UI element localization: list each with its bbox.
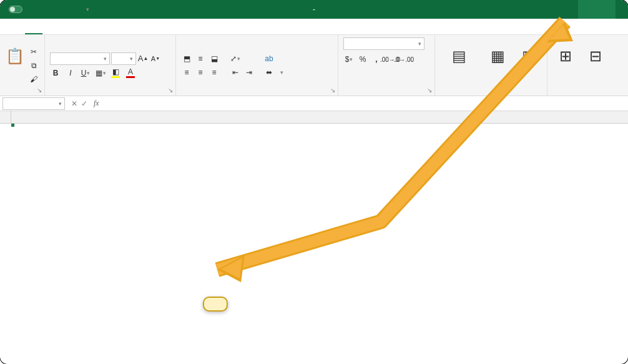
group-number: ▾ $▾ % , .00→.0 .0→.00 ↘ <box>338 35 435 96</box>
conditional-formatting-button[interactable]: ▤ <box>440 45 478 86</box>
bucket-icon: ◧ <box>112 67 119 76</box>
tab-acrobat[interactable] <box>182 29 200 34</box>
quick-access-toolbar: ▾ <box>0 4 99 15</box>
paste-button[interactable]: 📋 <box>5 45 24 86</box>
number-format-selector[interactable]: ▾ <box>343 37 424 50</box>
tab-view[interactable] <box>130 29 147 34</box>
active-cell-outline <box>11 124 14 126</box>
format-as-table-button[interactable]: ▦ <box>482 45 513 86</box>
tab-page-layout[interactable] <box>60 29 77 34</box>
tab-formulas[interactable] <box>77 29 95 34</box>
merge-center-button[interactable]: ⬌ ▾ <box>263 67 283 78</box>
increase-indent-icon[interactable]: ⇥ <box>243 67 255 78</box>
formula-bar: ▾ ✕ ✓ fx <box>0 96 628 111</box>
group-alignment: ⬒ ≡ ⬓ ⤢▾ ≡ ≡ ≡ ⇤ ⇥ ab <box>176 35 338 96</box>
bold-button[interactable]: B <box>50 67 61 79</box>
group-styles: ▤ ▦ ▥ <box>435 35 547 96</box>
tab-home[interactable] <box>25 28 42 34</box>
currency-button[interactable]: $▾ <box>343 54 355 65</box>
dialog-launcher-icon[interactable]: ↘ <box>37 87 42 94</box>
group-label-styles <box>440 93 542 96</box>
title-bar: ▾ - <box>0 0 628 19</box>
tab-help[interactable] <box>165 29 182 34</box>
insert-cells-icon: ⊞ <box>559 47 572 65</box>
column-headers <box>0 111 628 124</box>
contextual-tab-header <box>578 0 616 19</box>
align-right-icon[interactable]: ≡ <box>209 67 220 78</box>
decrease-font-icon[interactable]: A▼ <box>150 53 161 64</box>
font-color-icon: A <box>128 67 133 76</box>
undo-icon[interactable] <box>46 4 57 15</box>
cut-icon[interactable]: ✂ <box>28 46 39 57</box>
percent-button[interactable]: % <box>357 54 368 65</box>
clipboard-icon: 📋 <box>6 47 24 65</box>
group-cells: ⊞ ⊟ <box>547 35 628 96</box>
window-title: - <box>309 5 319 14</box>
name-box[interactable]: ▾ <box>2 97 65 110</box>
tab-analyze[interactable] <box>593 29 611 34</box>
font-color-button[interactable]: A <box>125 67 136 79</box>
tab-developer[interactable] <box>147 29 165 34</box>
format-table-icon: ▦ <box>491 47 505 65</box>
insert-cells-button[interactable]: ⊞ <box>552 45 579 86</box>
underline-button[interactable]: U▾ <box>80 67 91 79</box>
font-size-selector[interactable]: ▾ <box>111 52 136 65</box>
svg-marker-2 <box>217 255 245 282</box>
delete-cells-icon: ⊟ <box>589 47 602 65</box>
copy-icon[interactable]: ⧉ <box>28 60 39 71</box>
tab-review[interactable] <box>112 29 130 34</box>
fill-color-button[interactable]: ◧ <box>110 67 121 79</box>
dialog-launcher-icon[interactable]: ↘ <box>330 87 335 94</box>
group-label-font: ↘ <box>50 93 170 96</box>
enter-formula-icon[interactable]: ✓ <box>81 99 87 108</box>
tab-data[interactable] <box>95 29 112 34</box>
italic-button[interactable]: I <box>65 67 76 79</box>
worksheet-grid[interactable] <box>0 111 628 124</box>
cancel-formula-icon[interactable]: ✕ <box>71 99 77 108</box>
orientation-icon[interactable]: ⤢▾ <box>230 53 241 64</box>
wrap-text-icon: ab <box>263 53 275 64</box>
redo-icon[interactable] <box>64 4 75 15</box>
delete-cells-button[interactable]: ⊟ <box>582 45 609 86</box>
toggle-off-icon <box>9 6 22 13</box>
ribbon-tabs <box>0 19 628 35</box>
save-icon[interactable] <box>29 4 40 15</box>
fx-icon[interactable]: fx <box>91 99 102 108</box>
qat-customize-icon[interactable]: ▾ <box>82 4 93 15</box>
annotation-callout <box>203 297 228 312</box>
group-label-cells <box>552 93 623 96</box>
align-top-icon[interactable]: ⬒ <box>181 53 192 64</box>
cell-styles-icon: ▥ <box>522 47 536 65</box>
merge-icon: ⬌ <box>263 67 275 78</box>
tab-design[interactable] <box>611 29 628 34</box>
font-name-selector[interactable]: ▾ <box>50 52 110 65</box>
group-clipboard: 📋 ✂ ⧉ 🖌 ↘ <box>0 35 45 96</box>
wrap-text-button[interactable]: ab <box>263 53 283 64</box>
format-painter-icon[interactable]: 🖌 <box>28 74 39 85</box>
borders-button[interactable]: ▦▾ <box>95 67 106 79</box>
decrease-decimal-icon[interactable]: .0→.00 <box>398 54 410 65</box>
autosave-toggle[interactable] <box>6 6 22 13</box>
group-label-clipboard: ↘ <box>5 93 39 96</box>
select-all-corner[interactable] <box>0 111 11 123</box>
tab-insert[interactable] <box>42 29 60 34</box>
group-label-alignment: ↘ <box>181 93 333 96</box>
align-left-icon[interactable]: ≡ <box>181 67 192 78</box>
cell-styles-button[interactable]: ▥ <box>517 45 542 86</box>
dialog-launcher-icon[interactable]: ↘ <box>168 87 173 94</box>
ribbon: 📋 ✂ ⧉ 🖌 ↘ ▾ ▾ A▲ A▼ B I <box>0 35 628 96</box>
conditional-formatting-icon: ▤ <box>452 47 466 65</box>
group-font: ▾ ▾ A▲ A▼ B I U▾ ▦▾ ◧ A ↘ <box>45 35 176 96</box>
svg-marker-3 <box>221 258 242 278</box>
increase-font-icon[interactable]: A▲ <box>137 53 149 64</box>
align-bottom-icon[interactable]: ⬓ <box>209 53 220 64</box>
group-label-number: ↘ <box>343 93 429 96</box>
align-center-icon[interactable]: ≡ <box>195 67 206 78</box>
dialog-launcher-icon[interactable]: ↘ <box>427 87 432 94</box>
align-middle-icon[interactable]: ≡ <box>195 53 206 64</box>
decrease-indent-icon[interactable]: ⇤ <box>230 67 241 78</box>
tab-power-pivot[interactable] <box>200 29 217 34</box>
